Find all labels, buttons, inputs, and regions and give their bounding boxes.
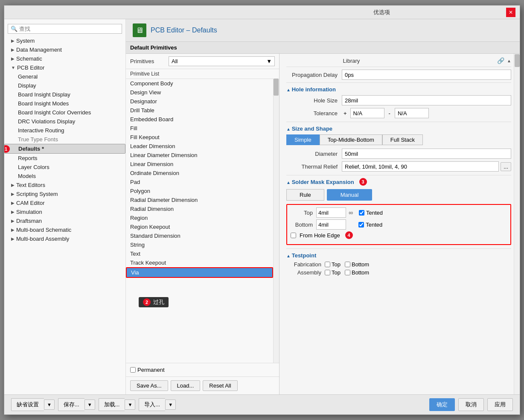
load-button[interactable]: 加载... bbox=[99, 398, 125, 411]
close-button[interactable]: ✕ bbox=[506, 8, 515, 17]
list-item[interactable]: Text bbox=[126, 249, 273, 258]
sidebar-item-interactive-routing[interactable]: Interactive Routing bbox=[4, 126, 125, 135]
list-item[interactable]: Drill Table bbox=[126, 106, 273, 115]
fab-top-checkbox[interactable] bbox=[325, 262, 330, 267]
tolerance-val1-input[interactable] bbox=[350, 108, 384, 118]
sidebar-item-draftsman[interactable]: ▶Draftsman bbox=[4, 216, 125, 225]
list-item[interactable]: Linear Diameter Dimension bbox=[126, 151, 273, 160]
sidebar-item-simulation[interactable]: ▶Simulation bbox=[4, 207, 125, 216]
rule-button[interactable]: Rule bbox=[286, 189, 324, 201]
list-item[interactable]: Fill Keepout bbox=[126, 133, 273, 142]
tolerance-val2-input[interactable] bbox=[395, 108, 429, 118]
save-button[interactable]: 保存... bbox=[58, 398, 84, 411]
list-item[interactable]: Embedded Board bbox=[126, 115, 273, 124]
scroll-up-icon[interactable]: ▲ bbox=[507, 58, 511, 63]
sidebar-item-board-insight-modes[interactable]: Board Insight Modes bbox=[4, 99, 125, 108]
permanent-check[interactable]: Permanent bbox=[130, 367, 165, 373]
testpoint-header[interactable]: Testpoint bbox=[286, 252, 511, 259]
list-item[interactable]: Design View bbox=[126, 88, 273, 97]
default-settings-arrow-icon[interactable]: ▼ bbox=[44, 400, 55, 410]
sidebar-item-board-insight-display[interactable]: Board Insight Display bbox=[4, 90, 125, 99]
list-item[interactable]: Ordinate Dimension bbox=[126, 169, 273, 178]
fab-top-check[interactable]: Top bbox=[325, 261, 341, 268]
sidebar-item-schematic[interactable]: ▶Schematic bbox=[4, 54, 125, 63]
load-button[interactable]: Load... bbox=[171, 380, 201, 391]
primitive-select[interactable]: All ▼ bbox=[169, 56, 275, 66]
default-settings-button[interactable]: 缺省设置 bbox=[11, 398, 44, 411]
manual-button[interactable]: Manual bbox=[327, 189, 373, 201]
tab-simple[interactable]: Simple bbox=[286, 134, 320, 145]
list-item[interactable]: Region Keepout bbox=[126, 222, 273, 231]
list-item[interactable]: Linear Dimension bbox=[126, 160, 273, 169]
sidebar-item-pcb-editor[interactable]: ▼PCB Editor bbox=[4, 63, 125, 72]
hole-info-header[interactable]: Hole information bbox=[286, 86, 511, 93]
top-mask-input[interactable] bbox=[316, 207, 346, 218]
sidebar-item-defaults[interactable]: Defaults * 1 bbox=[4, 144, 125, 154]
search-box[interactable]: 🔍 bbox=[8, 24, 122, 34]
sidebar-item-multiboard-schematic[interactable]: ▶Multi-board Schematic bbox=[4, 225, 125, 234]
top-tented-check[interactable]: Tented bbox=[359, 210, 383, 216]
sidebar-item-layer-colors[interactable]: Layer Colors bbox=[4, 163, 125, 172]
cancel-button[interactable]: 取消 bbox=[458, 398, 484, 411]
bottom-mask-input[interactable] bbox=[316, 219, 346, 230]
reset-all-button[interactable]: Reset All bbox=[203, 380, 237, 391]
list-item[interactable]: Polygon bbox=[126, 187, 273, 195]
sidebar-item-display[interactable]: Display bbox=[4, 81, 125, 90]
thermal-relief-input[interactable] bbox=[342, 161, 499, 172]
sidebar-item-drc[interactable]: DRC Violations Display bbox=[4, 117, 125, 126]
from-hole-checkbox[interactable] bbox=[291, 233, 296, 238]
import-dropdown[interactable]: 导入... ▼ bbox=[139, 398, 176, 411]
sidebar-item-models[interactable]: Models bbox=[4, 172, 125, 181]
top-tented-checkbox[interactable] bbox=[359, 210, 364, 216]
list-scrollbar[interactable] bbox=[273, 79, 279, 363]
thermal-relief-button[interactable]: ... bbox=[501, 162, 511, 171]
list-item[interactable]: Radial Diameter Dimension bbox=[126, 195, 273, 204]
load-arrow-icon[interactable]: ▼ bbox=[125, 400, 135, 410]
bottom-tented-check[interactable]: Tented bbox=[358, 222, 382, 228]
list-item[interactable]: Track Keepout bbox=[126, 258, 273, 267]
sidebar-item-scripting[interactable]: ▶Scripting System bbox=[4, 190, 125, 198]
tab-top-middle-bottom[interactable]: Top-Middle-Bottom bbox=[320, 134, 382, 145]
list-item[interactable]: Designator bbox=[126, 97, 273, 106]
list-item[interactable]: Component Body bbox=[126, 79, 273, 88]
asm-bottom-checkbox[interactable] bbox=[345, 270, 350, 275]
sidebar-item-general[interactable]: General bbox=[4, 72, 125, 81]
confirm-button[interactable]: 确定 bbox=[429, 398, 455, 411]
import-button[interactable]: 导入... bbox=[139, 398, 165, 411]
list-item[interactable]: String bbox=[126, 240, 273, 249]
asm-top-check[interactable]: Top bbox=[325, 269, 341, 276]
sidebar-item-cam-editor[interactable]: ▶CAM Editor bbox=[4, 198, 125, 207]
sidebar-item-text-editors[interactable]: ▶Text Editors bbox=[4, 181, 125, 190]
list-item[interactable]: Pad bbox=[126, 178, 273, 187]
size-shape-header[interactable]: Size and Shape bbox=[286, 125, 511, 132]
search-input[interactable] bbox=[19, 26, 119, 32]
sidebar-item-multiboard-assembly[interactable]: ▶Multi-board Assembly bbox=[4, 234, 125, 243]
asm-top-checkbox[interactable] bbox=[325, 270, 330, 275]
bottom-tented-checkbox[interactable] bbox=[358, 222, 364, 228]
sidebar-item-reports[interactable]: Reports bbox=[4, 154, 125, 163]
default-settings-dropdown[interactable]: 缺省设置 ▼ bbox=[11, 398, 55, 411]
sidebar-item-true-type-fonts[interactable]: True Type Fonts bbox=[4, 135, 125, 144]
asm-bottom-check[interactable]: Bottom bbox=[345, 269, 369, 276]
propagation-delay-input[interactable] bbox=[342, 70, 511, 80]
sidebar-item-system[interactable]: ▶System bbox=[4, 36, 125, 45]
sidebar-item-board-insight-color[interactable]: Board Insight Color Overrides bbox=[4, 108, 125, 117]
list-item[interactable]: Standard Dimension bbox=[126, 231, 273, 240]
save-as-button[interactable]: Save As... bbox=[130, 380, 168, 391]
import-arrow-icon[interactable]: ▼ bbox=[165, 400, 176, 410]
list-item[interactable]: Fill bbox=[126, 124, 273, 133]
list-item[interactable]: Region bbox=[126, 213, 273, 222]
right-scroll-thumb[interactable] bbox=[515, 54, 520, 67]
save-arrow-icon[interactable]: ▼ bbox=[84, 400, 95, 410]
permanent-checkbox[interactable] bbox=[130, 367, 136, 373]
sidebar-item-data-management[interactable]: ▶Data Management bbox=[4, 45, 125, 54]
fab-bottom-checkbox[interactable] bbox=[345, 262, 350, 267]
scroll-thumb[interactable] bbox=[274, 79, 279, 96]
link-icon[interactable]: 🔗 bbox=[497, 57, 504, 64]
right-scrollbar[interactable] bbox=[514, 54, 520, 394]
list-item[interactable]: Leader Dimension bbox=[126, 142, 273, 151]
apply-button[interactable]: 应用 bbox=[487, 398, 513, 411]
save-dropdown[interactable]: 保存... ▼ bbox=[58, 398, 95, 411]
tab-full-stack[interactable]: Full Stack bbox=[382, 134, 423, 145]
fab-bottom-check[interactable]: Bottom bbox=[345, 261, 369, 268]
